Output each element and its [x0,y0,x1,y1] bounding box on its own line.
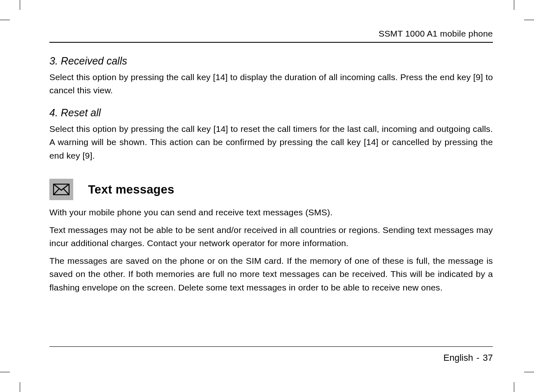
footer-page-number: 37 [483,353,493,363]
section-heading-row: Text messages [49,179,493,200]
crop-mark [20,382,20,392]
footer-separator: - [476,353,479,363]
page-footer: English - 37 [49,346,493,363]
paragraph: Select this option by pressing the call … [49,122,493,163]
running-header: SSMT 1000 A1 mobile phone [49,29,493,43]
crop-mark [20,0,20,10]
footer-language: English [443,353,473,363]
subheading-reset-all: 4. Reset all [49,105,493,121]
envelope-icon [49,179,73,200]
crop-mark [514,382,514,392]
paragraph: With your mobile phone you can send and … [49,206,493,219]
page-frame: SSMT 1000 A1 mobile phone 3. Received ca… [49,29,493,363]
crop-mark [514,0,514,10]
crop-mark [524,372,534,372]
paragraph: Select this option by pressing the call … [49,71,493,97]
crop-mark [0,20,10,20]
crop-mark [524,20,534,20]
svg-line-2 [63,189,69,195]
page-body: 3. Received calls Select this option by … [49,53,493,346]
paragraph: The messages are saved on the phone or o… [49,254,493,295]
section-heading-text-messages: Text messages [88,180,174,199]
subheading-received-calls: 3. Received calls [49,53,493,69]
svg-line-1 [53,189,59,195]
paragraph: Text messages may not be able to be sent… [49,224,493,250]
crop-mark [0,372,10,372]
